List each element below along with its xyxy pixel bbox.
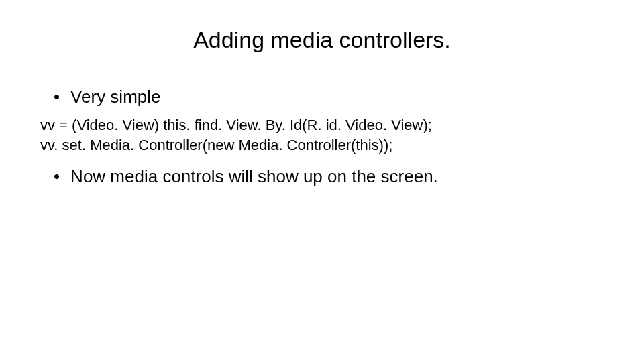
bullet-marker: • [54, 86, 60, 107]
bullet-text: Very simple [70, 86, 160, 107]
code-block: vv = (Video. View) this. find. View. By.… [40, 115, 604, 155]
slide-content: • Very simple vv = (Video. View) this. f… [40, 86, 604, 187]
code-line: vv = (Video. View) this. find. View. By.… [40, 115, 604, 135]
bullet-item: • Very simple [54, 86, 604, 107]
bullet-marker: • [54, 166, 60, 187]
slide-title: Adding media controllers. [40, 27, 604, 53]
bullet-text: Now media controls will show up on the s… [70, 166, 438, 187]
code-line: vv. set. Media. Controller(new Media. Co… [40, 135, 604, 156]
bullet-item: • Now media controls will show up on the… [54, 166, 604, 187]
